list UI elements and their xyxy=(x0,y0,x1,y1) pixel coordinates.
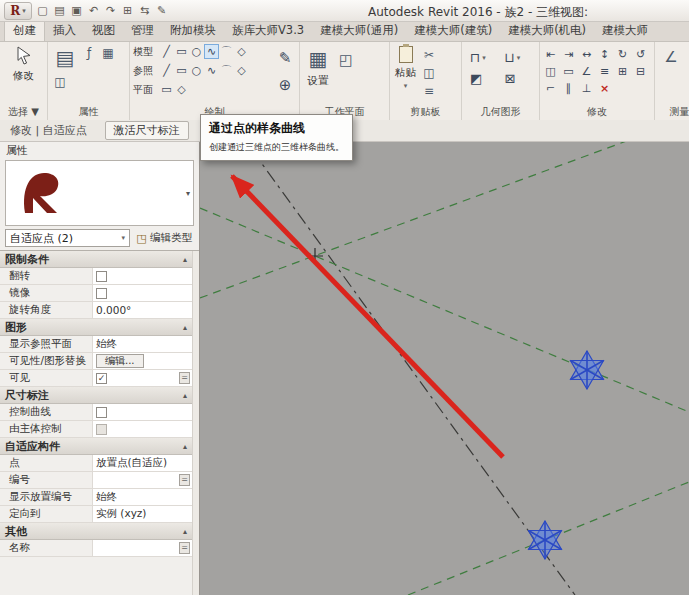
drawing-area[interactable] xyxy=(200,142,689,595)
print-icon[interactable]: ⊞ xyxy=(119,2,136,19)
tab-modeling-master-extra[interactable]: 建模大师 xyxy=(594,22,656,41)
preview-dropdown-icon[interactable]: ▾ xyxy=(186,189,190,198)
demolish-button[interactable]: ⊠ xyxy=(505,71,532,86)
panel-label-clipboard[interactable]: 剪贴板 xyxy=(390,105,461,120)
plane-rectangle-tool-icon[interactable]: ▭ xyxy=(159,82,174,97)
rectangle-tool-icon[interactable]: ▭ xyxy=(174,44,189,59)
group-header-adaptive[interactable]: 自适应构件 ▴ xyxy=(0,438,192,455)
associate-parameter-button[interactable]: = xyxy=(179,542,190,554)
show-workplane-icon[interactable]: ◰ xyxy=(336,50,356,70)
switch-windows-icon[interactable]: ⇆ xyxy=(136,2,153,19)
app-menu-button[interactable]: R ▾ xyxy=(4,2,32,20)
checkbox[interactable] xyxy=(96,288,107,299)
polygon-tool-icon[interactable]: ◇ xyxy=(234,44,249,59)
family-category-icon[interactable]: ▦ xyxy=(100,45,116,61)
associate-parameter-button[interactable]: = xyxy=(179,474,190,486)
property-value[interactable] xyxy=(92,404,192,420)
perpendicular-icon[interactable]: ⊥ xyxy=(579,81,594,96)
ref-polygon-tool-icon[interactable]: ◇ xyxy=(234,63,249,78)
tab-modeling-master-general[interactable]: 建模大师(通用) xyxy=(312,22,406,41)
checkbox-checked[interactable]: ✓ xyxy=(96,373,107,384)
set-workplane-button[interactable]: ▦ 设置 xyxy=(300,42,336,88)
split-icon[interactable]: ⊞ xyxy=(615,64,630,79)
ref-circle-tool-icon[interactable]: ○ xyxy=(189,63,204,78)
tab-modeling-master-arch[interactable]: 建模大师(建筑) xyxy=(406,22,500,41)
parallel-icon[interactable]: ∥ xyxy=(561,81,576,96)
panel-label-select[interactable]: 选择 ▼ xyxy=(0,105,47,120)
type-preview[interactable]: ▾ xyxy=(5,160,194,226)
tab-addins[interactable]: 附加模块 xyxy=(162,22,224,41)
cut-icon[interactable]: ✂ xyxy=(421,47,437,63)
property-value[interactable]: 实例 (xyz) xyxy=(92,506,192,522)
visibility-edit-button[interactable]: 编辑... xyxy=(96,354,144,368)
align-icon[interactable]: ⇤ xyxy=(543,47,558,62)
ref-rectangle-tool-icon[interactable]: ▭ xyxy=(174,63,189,78)
array-icon[interactable]: ▭ xyxy=(561,64,576,79)
paste-button[interactable]: 粘贴 ▾ xyxy=(390,42,421,99)
modify-pencil-icon[interactable]: ✎ xyxy=(153,2,170,19)
type-selector-combo[interactable]: 自适应点 (2) ▾ xyxy=(5,229,130,247)
panel-label-measure[interactable]: 测量 xyxy=(655,105,689,120)
delete-icon[interactable]: × xyxy=(597,81,612,96)
property-value[interactable]: ✓ = xyxy=(92,370,192,386)
property-value[interactable] xyxy=(92,268,192,284)
scale-icon[interactable]: ∠ xyxy=(579,64,594,79)
panel-label-properties[interactable]: 属性 xyxy=(48,105,129,120)
copy-move-icon[interactable]: ↕ xyxy=(597,47,612,62)
property-value[interactable]: = xyxy=(92,472,192,488)
family-types-icon[interactable]: ƒ xyxy=(81,45,97,61)
reference-line-dashdot[interactable] xyxy=(252,150,575,595)
open-file-icon[interactable]: ▤ xyxy=(51,2,68,19)
tab-create[interactable]: 创建 xyxy=(4,22,45,42)
arc-tool-icon[interactable]: ⌒ xyxy=(219,44,234,59)
unjoin-icon[interactable]: ⊟ xyxy=(633,64,648,79)
copy-icon[interactable]: ◫ xyxy=(421,65,437,81)
palette-scrollbar[interactable] xyxy=(192,251,199,595)
panel-label-geometry[interactable]: 几何图形 xyxy=(462,105,539,120)
cut-geometry-button[interactable]: ⊓ ▾ xyxy=(470,50,497,65)
ref-spline-tool-icon[interactable]: ∿ xyxy=(204,63,219,78)
spline-through-points-tool-icon[interactable]: ∿ xyxy=(204,44,219,59)
rotate-ccw-icon[interactable]: ↺ xyxy=(633,47,648,62)
paint-button[interactable]: ◩ xyxy=(470,71,497,86)
join-geometry-button[interactable]: ⊔ ▾ xyxy=(505,50,532,65)
reference-plane-green-2[interactable] xyxy=(200,208,689,412)
move-icon[interactable]: ↔ xyxy=(579,47,594,62)
property-value[interactable]: 0.000° xyxy=(92,302,192,318)
property-value[interactable]: = xyxy=(92,540,192,556)
properties-palette-icon[interactable]: ▤ xyxy=(52,45,78,71)
plane-pick-tool-icon[interactable]: ◇ xyxy=(174,82,189,97)
undo-icon[interactable]: ↶ xyxy=(85,2,102,19)
property-value[interactable]: 始终 xyxy=(92,336,192,352)
group-header-graphics[interactable]: 图形 ▴ xyxy=(0,319,192,336)
corner-icon[interactable]: ⌐ xyxy=(543,81,558,96)
checkbox[interactable] xyxy=(96,271,107,282)
new-file-icon[interactable]: ▢ xyxy=(34,2,51,19)
tab-insert[interactable]: 插入 xyxy=(45,22,84,41)
modify-tool-button[interactable]: 修改 xyxy=(4,46,44,83)
trim-icon[interactable]: ≡ xyxy=(597,64,612,79)
ref-arc-tool-icon[interactable]: ⌒ xyxy=(219,63,234,78)
adaptive-point-2[interactable] xyxy=(529,521,562,559)
tab-view[interactable]: 视图 xyxy=(84,22,123,41)
tab-family-master[interactable]: 族库大师V3.3 xyxy=(224,22,312,41)
match-type-icon[interactable]: ≡ xyxy=(421,83,437,99)
group-header-other[interactable]: 其他 ▴ xyxy=(0,523,192,540)
group-header-dimensions[interactable]: 尺寸标注 ▴ xyxy=(0,387,192,404)
checkbox[interactable] xyxy=(96,407,107,418)
family-connectors-icon[interactable]: ◫ xyxy=(52,74,68,90)
rotate-icon[interactable]: ↻ xyxy=(615,47,630,62)
tab-modeling-master-mep[interactable]: 建模大师(机电) xyxy=(500,22,594,41)
line-tool-icon[interactable]: ╱ xyxy=(159,44,174,59)
panel-label-modify[interactable]: 修改 xyxy=(540,105,654,120)
property-value[interactable]: 放置点(自适应) xyxy=(92,455,192,471)
save-icon[interactable]: ▣ xyxy=(68,2,85,19)
property-value[interactable] xyxy=(92,285,192,301)
property-value[interactable]: 始终 xyxy=(92,489,192,505)
redo-icon[interactable]: ↷ xyxy=(102,2,119,19)
reference-plane-green-1[interactable] xyxy=(200,142,689,298)
tab-manage[interactable]: 管理 xyxy=(123,22,162,41)
offset-icon[interactable]: ⇥ xyxy=(561,47,576,62)
associate-parameter-button[interactable]: = xyxy=(179,372,190,384)
draw-on-workplane-icon[interactable]: ⊕ xyxy=(274,74,296,96)
